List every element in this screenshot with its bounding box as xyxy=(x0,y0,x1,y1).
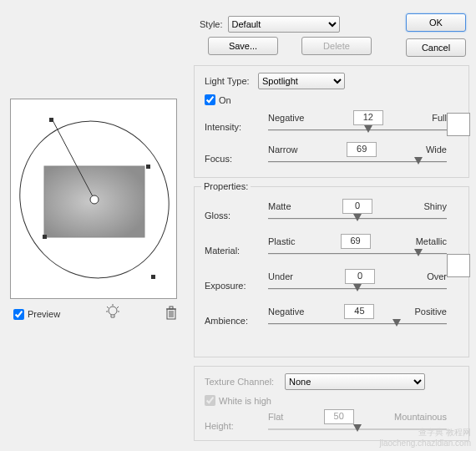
svg-rect-5 xyxy=(146,165,150,169)
exposure-label: Exposure: xyxy=(205,281,258,291)
exposure-slider[interactable] xyxy=(268,286,447,292)
lightbulb-icon[interactable] xyxy=(105,304,120,324)
ambience-slider[interactable] xyxy=(268,321,447,327)
gloss-label: Gloss: xyxy=(205,210,258,220)
svg-rect-16 xyxy=(170,307,173,309)
light-color-swatch[interactable] xyxy=(447,113,470,136)
intensity-slider[interactable] xyxy=(268,127,447,134)
ambience-color-swatch[interactable] xyxy=(447,254,470,277)
svg-rect-6 xyxy=(43,235,47,239)
focus-slider[interactable] xyxy=(268,159,447,165)
texture-channel-select[interactable]: None xyxy=(285,373,425,390)
intensity-label: Intensity: xyxy=(205,122,258,132)
material-slider[interactable] xyxy=(268,251,447,257)
preview-checkbox[interactable]: Preview xyxy=(13,309,60,320)
ambience-label: Ambience: xyxy=(205,316,258,326)
save-button[interactable]: Save... xyxy=(208,37,278,55)
height-value: 50 xyxy=(324,409,354,424)
focus-label: Focus: xyxy=(205,154,258,164)
height-label: Height: xyxy=(205,421,258,431)
preview-label: Preview xyxy=(28,309,60,319)
trash-icon[interactable] xyxy=(165,306,178,322)
svg-point-3 xyxy=(90,195,99,204)
svg-point-8 xyxy=(109,307,117,315)
preview-canvas[interactable] xyxy=(10,99,177,299)
material-label: Material: xyxy=(205,246,258,256)
delete-button[interactable]: Delete xyxy=(301,37,372,55)
svg-line-11 xyxy=(117,307,119,308)
light-type-label: Light Type: xyxy=(205,76,258,86)
intensity-value[interactable]: 12 xyxy=(353,110,383,125)
style-select[interactable]: Default xyxy=(228,16,340,33)
gloss-slider[interactable] xyxy=(268,215,447,222)
slider-thumb[interactable] xyxy=(364,125,372,133)
watermark: 查字典 教程网 jiaocheng.chazidian.com xyxy=(379,427,471,448)
focus-value[interactable]: 69 xyxy=(347,142,377,157)
ambience-value[interactable]: 45 xyxy=(344,304,374,319)
style-label: Style: xyxy=(200,19,223,29)
light-type-select[interactable]: Spotlight xyxy=(258,73,345,89)
slider-thumb[interactable] xyxy=(414,157,423,165)
svg-rect-4 xyxy=(49,118,53,122)
white-is-high-checkbox: White is high xyxy=(205,395,460,406)
svg-line-10 xyxy=(107,307,109,308)
ok-button[interactable]: OK xyxy=(406,13,466,32)
cancel-button[interactable]: Cancel xyxy=(406,38,466,57)
properties-header: Properties: xyxy=(201,181,251,191)
gloss-value[interactable]: 0 xyxy=(342,199,372,214)
svg-rect-7 xyxy=(151,275,155,279)
material-value[interactable]: 69 xyxy=(341,234,371,249)
light-on-checkbox[interactable]: On xyxy=(205,94,460,105)
texture-channel-label: Texture Channel: xyxy=(205,377,285,387)
exposure-value[interactable]: 0 xyxy=(345,269,375,284)
